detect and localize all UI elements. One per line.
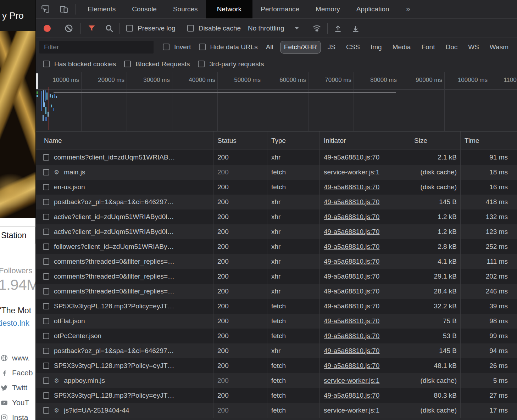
request-checkbox[interactable] — [43, 392, 49, 399]
record-button[interactable] — [44, 25, 51, 32]
request-row[interactable]: SP5X3v3tyqPL.128.mp3?Policy=eyJT…200fetc… — [36, 388, 517, 403]
hide-data-urls-checkbox[interactable]: Hide data URLs — [199, 43, 258, 51]
request-checkbox[interactable] — [43, 229, 49, 235]
blocked-requests-checkbox[interactable]: Blocked Requests — [124, 60, 190, 68]
column-header-size[interactable]: Size — [410, 131, 460, 150]
filter-pill-js[interactable]: JS — [324, 41, 339, 54]
request-checkbox[interactable] — [43, 243, 49, 250]
clear-icon[interactable] — [64, 24, 73, 33]
initiator-link[interactable]: service-worker.js:1 — [324, 377, 379, 385]
bio-link[interactable]: tiesto.lnk — [0, 319, 29, 328]
initiator-link[interactable]: 49-a5a68810.js:70 — [324, 213, 379, 221]
request-checkbox[interactable] — [43, 169, 49, 175]
request-row[interactable]: otPcCenter.json200fetch49-a5a68810.js:70… — [36, 329, 517, 343]
initiator-link[interactable]: 49-a5a68810.js:70 — [324, 317, 379, 325]
request-row[interactable]: comments?threaded=0&filter_replies=…200x… — [36, 269, 517, 284]
preserve-log-checkbox[interactable]: Preserve log — [126, 24, 176, 32]
request-row[interactable]: comments?threaded=0&filter_replies=…200x… — [36, 284, 517, 299]
filter-pill-css[interactable]: CSS — [342, 41, 364, 54]
request-checkbox[interactable] — [43, 258, 49, 265]
filter-pill-img[interactable]: Img — [367, 41, 386, 54]
tab-memory[interactable]: Memory — [307, 0, 348, 18]
timeline-overview[interactable]: 110000 ms100000 ms90000 ms80000 ms70000 … — [36, 72, 517, 131]
social-link-www[interactable]: www. — [0, 351, 35, 365]
filter-pill-font[interactable]: Font — [417, 41, 439, 54]
3rd-party-requests-checkbox[interactable]: 3rd-party requests — [198, 60, 264, 68]
tab-console[interactable]: Console — [124, 0, 165, 18]
invert-checkbox[interactable]: Invert — [163, 43, 191, 51]
filter-pill-wasm[interactable]: Wasm — [486, 41, 512, 54]
filter-funnel-icon[interactable] — [87, 24, 96, 33]
request-row[interactable]: comments?client_id=zdUqm51WRIAB…200xhr49… — [36, 150, 517, 165]
request-row[interactable]: SP5X3v3tyqPL.128.mp3?Policy=eyJT…200fetc… — [36, 299, 517, 314]
social-link-insta[interactable]: Insta — [0, 410, 35, 420]
disable-cache-checkbox[interactable]: Disable cache — [187, 24, 241, 32]
initiator-link[interactable]: 49-a5a68810.js:70 — [324, 228, 379, 236]
column-header-initiator[interactable]: Initiator — [319, 131, 410, 150]
request-row[interactable]: postback?oz_pl=1&spa=1&ci=646297…200xhr4… — [36, 343, 517, 358]
tab-performance[interactable]: Performance — [252, 0, 307, 18]
request-row[interactable]: otFlat.json200fetch49-a5a68810.js:7075 B… — [36, 314, 517, 329]
search-icon[interactable] — [105, 24, 114, 33]
request-row[interactable]: comments?threaded=0&filter_replies=…200x… — [36, 254, 517, 269]
has-blocked-cookies-checkbox[interactable]: Has blocked cookies — [43, 60, 116, 68]
request-checkbox[interactable] — [43, 273, 49, 280]
filter-pill-doc[interactable]: Doc — [441, 41, 461, 54]
request-checkbox[interactable] — [43, 318, 49, 324]
export-har-icon[interactable] — [351, 24, 360, 33]
more-tabs-chevron[interactable]: » — [406, 5, 410, 14]
device-toolbar-icon[interactable] — [59, 5, 68, 14]
initiator-link[interactable]: service-worker.js:1 — [324, 407, 379, 414]
column-header-time[interactable]: Time — [460, 131, 517, 150]
initiator-link[interactable]: 49-a5a68810.js:70 — [324, 347, 379, 355]
column-header-type[interactable]: Type — [267, 131, 319, 150]
initiator-link[interactable]: 49-a5a68810.js:70 — [324, 362, 379, 370]
tab-elements[interactable]: Elements — [79, 0, 124, 18]
tab-network[interactable]: Network — [206, 0, 253, 18]
request-row[interactable]: ⚙appboy.min.js200fetchservice-worker.js:… — [36, 373, 517, 388]
request-checkbox[interactable] — [43, 348, 49, 354]
request-row[interactable]: followers?client_id=zdUqm51WRIABy…200xhr… — [36, 239, 517, 254]
request-row[interactable]: postback?oz_pl=1&spa=1&ci=646297…200xhr4… — [36, 195, 517, 209]
social-link-twitt[interactable]: Twitt — [0, 380, 35, 395]
initiator-link[interactable]: service-worker.js:1 — [324, 168, 379, 176]
filter-pill-media[interactable]: Media — [389, 41, 415, 54]
initiator-link[interactable]: 49-a5a68810.js:70 — [324, 392, 379, 399]
initiator-link[interactable]: 49-a5a68810.js:70 — [324, 273, 379, 280]
request-checkbox[interactable] — [43, 303, 49, 309]
network-conditions-icon[interactable] — [312, 23, 322, 33]
request-row[interactable]: active?client_id=zdUqm51WRIAByd0l…200xhr… — [36, 224, 517, 239]
request-row[interactable]: en-us.json200fetch49-a5a68810.js:70(disk… — [36, 180, 517, 195]
initiator-link[interactable]: 49-a5a68810.js:70 — [324, 153, 379, 161]
tab-application[interactable]: Application — [348, 0, 398, 18]
tab-sources[interactable]: Sources — [165, 0, 206, 18]
request-row[interactable]: ⚙main.js200fetchservice-worker.js:1(disk… — [36, 165, 517, 180]
request-checkbox[interactable] — [43, 288, 49, 295]
column-header-name[interactable]: Name — [36, 131, 213, 150]
request-checkbox[interactable] — [43, 363, 49, 369]
column-header-status[interactable]: Status — [213, 131, 267, 150]
filter-pill-fetch-xhr[interactable]: Fetch/XHR — [280, 41, 321, 54]
station-button[interactable]: Station — [0, 226, 35, 244]
filter-pill-all[interactable]: All — [262, 41, 277, 54]
initiator-link[interactable]: 49-a5a68810.js:70 — [324, 258, 379, 265]
initiator-link[interactable]: 49-a5a68810.js:70 — [324, 198, 379, 206]
request-checkbox[interactable] — [43, 214, 49, 220]
request-checkbox[interactable] — [43, 407, 49, 414]
social-link-faceb[interactable]: Faceb — [0, 365, 35, 380]
initiator-link[interactable]: 49-a5a68810.js:70 — [324, 302, 379, 310]
request-checkbox[interactable] — [43, 377, 49, 384]
request-row[interactable]: SP5X3v3tyqPL.128.mp3?Policy=eyJT…200fetc… — [36, 358, 517, 373]
social-link-yout[interactable]: YouT — [0, 395, 35, 410]
request-row[interactable]: ⚙js?id=UA-2519404-44200fetchservice-work… — [36, 403, 517, 418]
request-checkbox[interactable] — [43, 333, 49, 339]
request-checkbox[interactable] — [43, 199, 49, 205]
import-har-icon[interactable] — [333, 24, 343, 33]
throttling-select[interactable]: No throttling — [248, 24, 299, 32]
request-checkbox[interactable] — [43, 154, 49, 161]
filter-input[interactable] — [39, 41, 154, 54]
request-checkbox[interactable] — [43, 184, 49, 190]
filter-pill-ws[interactable]: WS — [464, 41, 483, 54]
initiator-link[interactable]: 49-a5a68810.js:70 — [324, 287, 379, 295]
initiator-link[interactable]: 49-a5a68810.js:70 — [324, 183, 379, 191]
